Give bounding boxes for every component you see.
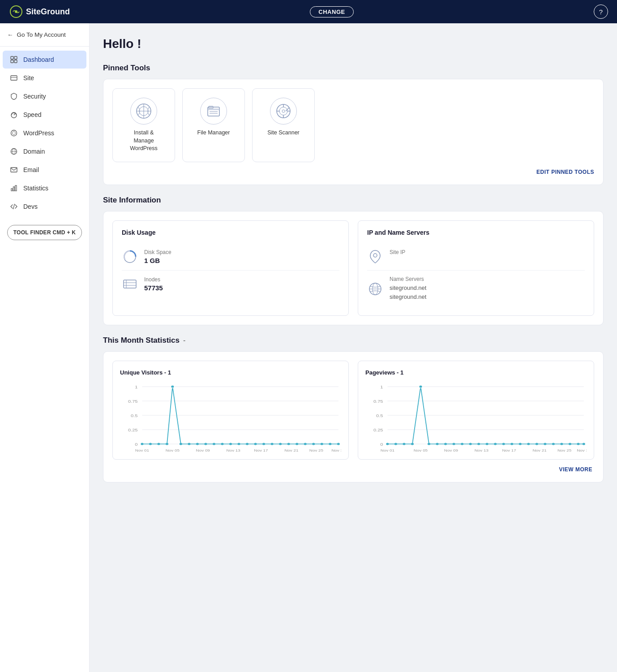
pinned-tools-section: Pinned Tools Install & Manage — [103, 64, 604, 185]
page-title: Hello ! — [103, 37, 604, 51]
svg-text:Nov 05: Nov 05 — [166, 448, 180, 452]
svg-rect-18 — [15, 185, 17, 191]
sidebar-label-statistics: Statistics — [23, 185, 48, 192]
disk-space-label: Disk Space — [144, 249, 339, 255]
site-information-section: Site Information Disk Usage — [103, 196, 604, 326]
statistics-section: This Month Statistics - Unique Visitors … — [103, 336, 604, 482]
svg-text:0.25: 0.25 — [128, 428, 138, 432]
svg-text:0.5: 0.5 — [131, 414, 138, 418]
svg-point-68 — [237, 443, 240, 445]
svg-point-101 — [403, 443, 405, 445]
logo: SiteGround — [9, 4, 70, 19]
help-button[interactable]: ? — [594, 4, 608, 19]
inodes-value: 57735 — [144, 284, 339, 292]
sidebar-item-email[interactable]: Email — [3, 161, 86, 179]
svg-point-58 — [157, 443, 160, 445]
disk-space-value: 1 GB — [144, 257, 339, 264]
svg-point-112 — [494, 443, 497, 445]
site-info-card: Disk Usage Disk Space 1 GB — [103, 211, 604, 326]
svg-point-110 — [477, 443, 480, 445]
svg-point-61 — [180, 443, 182, 445]
sidebar-item-devs[interactable]: Devs — [3, 198, 86, 215]
pinned-tool-site-scanner[interactable]: Site Scanner — [252, 88, 315, 162]
svg-point-64 — [204, 443, 207, 445]
view-more-link[interactable]: VIEW MORE — [559, 466, 592, 473]
speed-nav-icon — [10, 111, 18, 119]
site-ip-value — [390, 257, 585, 264]
sidebar-item-dashboard[interactable]: Dashboard — [3, 51, 86, 69]
svg-point-8 — [11, 112, 17, 118]
svg-point-117 — [536, 443, 538, 445]
wordpress-nav-icon — [10, 129, 18, 137]
svg-point-56 — [141, 443, 143, 445]
svg-text:0.5: 0.5 — [376, 414, 383, 418]
edit-pinned-tools-link[interactable]: EDIT PINNED TOOLS — [536, 169, 594, 175]
go-to-account-label: Go To My Account — [17, 31, 66, 38]
file-manager-tool-icon — [200, 98, 227, 125]
svg-rect-17 — [13, 187, 15, 191]
site-nav-icon — [10, 74, 18, 82]
sidebar: ← Go To My Account DashboardSiteSecurity… — [0, 23, 90, 672]
svg-point-121 — [569, 443, 571, 445]
sidebar-item-security[interactable]: Security — [3, 87, 86, 105]
pageviews-chart-card: Pageviews - 1 1 0.75 0.5 — [358, 361, 594, 460]
name-servers-icon — [367, 281, 383, 297]
pageviews-chart-title: Pageviews - 1 — [365, 369, 587, 376]
stats-collapse-button[interactable]: - — [183, 336, 185, 345]
svg-point-80 — [337, 443, 340, 445]
svg-text:Nov 17: Nov 17 — [254, 448, 268, 452]
svg-line-19 — [13, 204, 15, 209]
visitors-chart-card: Unique Visitors - 1 1 0.75 0. — [112, 361, 349, 460]
svg-text:Nov 21: Nov 21 — [532, 448, 546, 452]
svg-point-104 — [428, 443, 430, 445]
svg-rect-25 — [208, 109, 219, 110]
pinned-tools-grid: Install & Manage WordPress File Manager — [112, 88, 594, 162]
sidebar-item-wordpress[interactable]: WordPress — [3, 124, 86, 142]
sidebar-item-statistics[interactable]: Statistics — [3, 179, 86, 197]
inodes-label: Inodes — [144, 276, 339, 283]
view-more-container: VIEW MORE — [112, 465, 594, 473]
svg-rect-6 — [11, 76, 17, 80]
sidebar-item-speed[interactable]: Speed — [3, 106, 86, 124]
svg-text:1: 1 — [380, 385, 383, 389]
disk-space-row: Disk Space 1 GB — [122, 243, 339, 271]
disk-space-icon — [122, 249, 138, 265]
svg-rect-4 — [11, 60, 13, 63]
go-to-account-link[interactable]: ← Go To My Account — [0, 23, 89, 47]
name-server-1: siteground.net — [390, 284, 426, 291]
inodes-row: Inodes 57735 — [122, 271, 339, 297]
sidebar-label-dashboard: Dashboard — [23, 56, 54, 63]
sidebar-item-domain[interactable]: Domain — [3, 142, 86, 160]
svg-text:0: 0 — [135, 442, 138, 447]
sidebar-label-devs: Devs — [23, 203, 38, 210]
sidebar-label-site: Site — [23, 74, 34, 82]
svg-point-60 — [171, 385, 174, 388]
tool-finder-button[interactable]: TOOL FINDER CMD + K — [7, 225, 82, 240]
site-ip-label: Site IP — [390, 249, 585, 255]
sidebar-label-domain: Domain — [23, 148, 45, 155]
svg-point-114 — [510, 443, 513, 445]
svg-text:Nov 13: Nov 13 — [227, 448, 240, 452]
stats-section-title: This Month Statistics — [103, 336, 180, 345]
svg-text:Nov 21: Nov 21 — [284, 448, 298, 452]
svg-point-105 — [436, 443, 438, 445]
wordpress-tool-label: Install & Manage WordPress — [124, 129, 164, 153]
visitors-chart-svg: 1 0.75 0.5 0.25 0 — [120, 382, 341, 454]
pinned-tool-wordpress[interactable]: Install & Manage WordPress — [112, 88, 175, 162]
sidebar-item-site[interactable]: Site — [3, 69, 86, 87]
svg-rect-15 — [11, 168, 17, 172]
svg-point-103 — [419, 385, 422, 388]
svg-point-119 — [552, 443, 555, 445]
svg-point-108 — [461, 443, 463, 445]
change-button[interactable]: CHANGE — [310, 6, 353, 17]
svg-point-30 — [279, 107, 287, 115]
svg-point-109 — [469, 443, 472, 445]
svg-point-73 — [279, 443, 282, 445]
svg-point-65 — [213, 443, 215, 445]
svg-point-115 — [519, 443, 522, 445]
svg-point-66 — [221, 443, 223, 445]
sidebar-label-wordpress: WordPress — [23, 129, 54, 137]
svg-point-106 — [444, 443, 447, 445]
pinned-tool-file-manager[interactable]: File Manager — [182, 88, 245, 162]
stats-grid: Unique Visitors - 1 1 0.75 0. — [112, 361, 594, 460]
